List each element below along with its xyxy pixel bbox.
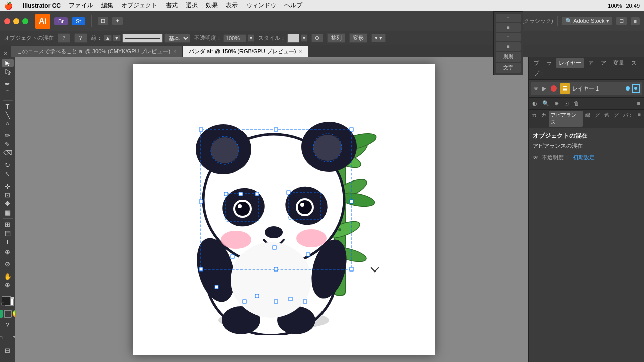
ap-tab-ka1[interactable]: カ [530,111,539,127]
layer-expand[interactable]: ▶ [542,85,548,92]
stroke-down[interactable]: ▼ [113,35,121,41]
layer-target[interactable] [632,84,640,93]
line-tool[interactable]: ╲ [2,111,14,119]
menu-window[interactable]: ウィンドウ [246,1,276,10]
panel-menu-button[interactable]: ≡ [631,17,640,25]
style-arrow[interactable]: ▾ [301,34,307,42]
layer-find-btn[interactable]: 🔍 [540,99,551,108]
question-tool[interactable]: ? [2,319,14,331]
gradient-tool[interactable]: ▤ [2,229,14,237]
blend-tool[interactable]: ⊕ [2,248,14,255]
ap-tab-ka2[interactable]: カ [539,111,548,127]
curvature-tool[interactable]: ⌒ [2,89,14,98]
opacity-arrow[interactable]: ▾ [248,34,254,42]
ap-tab-far[interactable]: 遠 [602,111,611,127]
tab-2-close[interactable]: × [299,49,302,54]
more-options-button[interactable]: ▾ ▾ [371,34,386,42]
maximize-button[interactable] [22,18,28,24]
eraser-tool[interactable]: ⌫ [2,149,14,157]
obj-help-button[interactable]: ？ [58,33,70,43]
ap-tab-g1[interactable]: 綿 [583,111,592,127]
tool-option-1[interactable]: □ [0,332,7,344]
menu-effect[interactable]: 効果 [206,1,218,10]
fp-align-justify[interactable]: ≡ [496,42,521,51]
direct-selection-tool[interactable] [2,68,14,75]
minimize-button[interactable] [13,18,19,24]
search-button[interactable]: 🔍 Adobe Stock ▾ [562,17,612,25]
tab-1-close[interactable]: × [173,49,176,54]
zoom-tool[interactable]: ⊕ [2,281,14,289]
swap-colors-button[interactable]: ⇄ [11,296,14,300]
canvas-area[interactable] [15,57,528,362]
fp-align-right[interactable]: ≡ [496,33,521,41]
ap-tab-g3[interactable]: グ [612,111,621,127]
menu-type[interactable]: 書式 [166,1,178,10]
paintbrush-tool[interactable]: ✏ [2,132,14,139]
ap-opacity-value[interactable]: 初期設定 [573,154,595,161]
layer-visibility-eye[interactable]: 👁 [533,85,540,92]
menu-help[interactable]: ヘルプ [284,1,302,10]
panel-tab-layer[interactable]: レイヤー [556,58,584,68]
selection-tool[interactable] [2,59,14,67]
apple-menu[interactable]: 🍎 [4,2,13,10]
transform-button[interactable]: 変形 [349,33,367,43]
eyedropper-tool[interactable]: Ｉ [2,238,14,247]
ap-tab-pa[interactable]: パ： [621,111,635,127]
layer-page-btn[interactable]: ◐ [530,99,539,108]
default-colors-button[interactable]: ⊡ [1,302,5,306]
scale-tool[interactable]: ⤡ [2,170,14,177]
ap-tab-appearance[interactable]: アピアランス [549,111,583,127]
panel-tab-p[interactable]: プ： [531,69,548,78]
ellipse-tool[interactable]: ○ [2,120,14,127]
fp-align-center[interactable]: ≡ [496,23,521,32]
mesh-tool[interactable]: ⊞ [2,221,14,228]
align-button[interactable]: 整列 [327,33,345,43]
puppet-warp-tool[interactable]: ✛ [2,183,14,190]
graph-tool[interactable]: ▦ [2,209,14,216]
menu-file[interactable]: ファイル [69,1,93,10]
ap-panel-menu[interactable]: ≡ [636,111,643,127]
stock-button[interactable]: St [72,17,85,25]
panel-tab-la[interactable]: ラ [543,58,555,68]
fill-color-button[interactable] [0,310,3,318]
menu-edit[interactable]: 編集 [101,1,113,10]
stroke-color-button[interactable] [4,310,12,318]
opacity-input[interactable]: 100% [223,34,246,42]
bridge-button[interactable]: Br [54,17,68,25]
slice-tool[interactable]: ⊘ [2,260,14,268]
panel-tab-a2[interactable]: ア [598,58,609,68]
pen-tool[interactable]: ✒ [2,80,14,87]
fp-align-left[interactable]: ≡ [496,14,521,22]
hand-tool[interactable]: ✋ [2,273,14,280]
panel-tab-transform[interactable]: 変量 [610,58,627,68]
pencil-tool[interactable]: ✎ [2,141,14,148]
symbol-sprayer-tool[interactable]: ❋ [2,200,14,207]
layer-row-1[interactable]: 👁 ▶ レイヤー 1 [531,82,642,95]
fp-indent[interactable]: 則則 [496,52,521,62]
panel-tab-a1[interactable]: ア [585,58,597,68]
color-wheel-button[interactable]: ⊕ [311,34,323,42]
layer-doc-btn[interactable]: ⊡ [562,99,571,108]
tab-close-all[interactable]: ✕ [0,50,11,57]
arrange-button[interactable]: ⊞ [98,17,108,25]
stroke-help-button[interactable]: ？ [74,33,87,43]
panel-menu[interactable]: ≡ [633,69,642,78]
stroke-type-select[interactable]: 基本 [164,34,190,43]
artboard-tool[interactable]: ⊟ [2,345,13,356]
tab-2[interactable]: パンダ.ai* @ 150% (RGB/GPU プレビュー) × [183,46,308,57]
stroke-up[interactable]: ▲ [104,35,112,41]
close-button[interactable] [4,18,10,24]
kuler-button[interactable]: ✦ [112,17,123,25]
arrange-docs-button[interactable]: ⊟ [616,17,627,25]
layer-add-btn[interactable]: ⊕ [552,99,561,108]
fp-type[interactable]: 文字 [496,63,521,73]
layer-del-btn[interactable]: 🗑 [572,99,581,108]
rotate-tool[interactable]: ↻ [2,161,14,169]
type-tool[interactable]: T [2,102,14,110]
free-transform-tool[interactable]: ⊡ [2,191,14,199]
menu-object[interactable]: オブジェクト [121,1,157,10]
menu-view[interactable]: 表示 [226,1,238,10]
panel-tab-s[interactable]: ス [628,58,640,68]
tab-1[interactable]: このコースで学べること.ai @ 300% (CMYK/GPU プレビュー) × [11,46,183,57]
menu-select[interactable]: 選択 [186,1,198,10]
